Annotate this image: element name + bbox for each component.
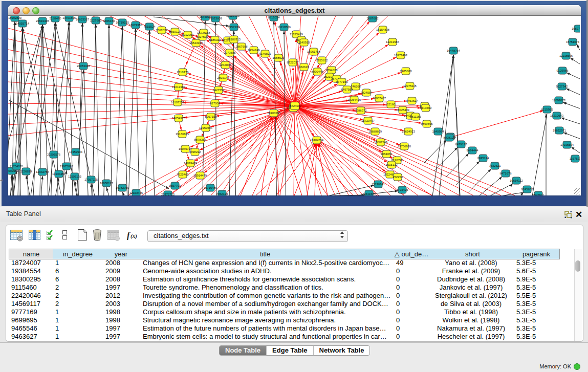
svg-text:19654923: 19654923 <box>402 130 416 133</box>
svg-text:7386372: 7386372 <box>355 109 367 112</box>
svg-text:19692971: 19692971 <box>553 129 566 132</box>
svg-text:20206576: 20206576 <box>47 153 61 156</box>
svg-text:9129966: 9129966 <box>557 69 569 72</box>
svg-text:16210643: 16210643 <box>550 114 564 117</box>
svg-text:6479197: 6479197 <box>455 143 467 146</box>
svg-text:2718176: 2718176 <box>177 71 189 74</box>
svg-text:19523409: 19523409 <box>226 16 239 17</box>
svg-text:19756928: 19756928 <box>398 145 411 148</box>
svg-text:16914479: 16914479 <box>193 174 207 177</box>
svg-text:17359934: 17359934 <box>69 150 83 154</box>
svg-text:20372723: 20372723 <box>161 193 175 195</box>
svg-text:3498222: 3498222 <box>189 150 201 154</box>
svg-text:12093873: 12093873 <box>552 99 566 102</box>
svg-text:7485063: 7485063 <box>400 70 412 73</box>
svg-text:16543342: 16543342 <box>189 41 203 45</box>
svg-text:12218506: 12218506 <box>559 54 573 57</box>
svg-text:62160: 62160 <box>387 103 396 106</box>
svg-text:9327503: 9327503 <box>197 35 209 38</box>
svg-text:8938123: 8938123 <box>444 136 456 139</box>
svg-text:252254: 252254 <box>393 176 403 179</box>
svg-text:9474444: 9474444 <box>467 149 479 152</box>
svg-text:9245652: 9245652 <box>521 188 533 191</box>
svg-text:1588520: 1588520 <box>273 56 285 59</box>
svg-text:9113463: 9113463 <box>420 106 432 110</box>
svg-text:12213389: 12213389 <box>172 85 185 89</box>
svg-text:16961758: 16961758 <box>307 50 321 53</box>
svg-text:12923446: 12923446 <box>129 191 143 194</box>
svg-text:15720407: 15720407 <box>361 119 375 122</box>
svg-text:2935114: 2935114 <box>477 157 489 160</box>
svg-text:16782759: 16782759 <box>116 186 129 189</box>
svg-text:9146821: 9146821 <box>259 52 271 55</box>
svg-text:16107553: 16107553 <box>171 101 185 104</box>
svg-text:2803144: 2803144 <box>217 76 230 79</box>
svg-text:5188470: 5188470 <box>50 17 62 20</box>
svg-text:19166825: 19166825 <box>176 133 189 136</box>
svg-text:20691406: 20691406 <box>36 19 50 23</box>
svg-text:2087682: 2087682 <box>367 17 379 20</box>
svg-text:2537611: 2537611 <box>533 193 545 195</box>
svg-text:10837430: 10837430 <box>572 27 580 30</box>
svg-text:8215955: 8215955 <box>541 108 554 111</box>
svg-text:21754078: 21754078 <box>10 165 24 168</box>
svg-text:9227342: 9227342 <box>556 85 568 88</box>
svg-text:24641507: 24641507 <box>362 192 376 195</box>
svg-text:19218506: 19218506 <box>277 26 291 29</box>
svg-text:12505135: 12505135 <box>68 175 82 178</box>
svg-text:8813054: 8813054 <box>268 16 280 19</box>
svg-text:6497568: 6497568 <box>341 88 354 91</box>
svg-text:13701506: 13701506 <box>62 16 76 19</box>
svg-text:8660124: 8660124 <box>169 30 182 33</box>
svg-text:7357224: 7357224 <box>228 26 241 29</box>
svg-text:962615: 962615 <box>299 65 309 69</box>
svg-text:12353594: 12353594 <box>199 126 213 129</box>
svg-text:9242845: 9242845 <box>220 63 232 67</box>
svg-text:617006: 617006 <box>210 102 220 105</box>
svg-text:8990448: 8990448 <box>312 70 324 73</box>
svg-text:19384554: 19384554 <box>310 139 324 142</box>
svg-text:13134457: 13134457 <box>52 172 66 176</box>
svg-text:10719155: 10719155 <box>116 21 129 24</box>
svg-text:8267150: 8267150 <box>205 115 217 118</box>
svg-text:(x): (x) <box>130 233 137 239</box>
svg-text:3824554: 3824554 <box>361 91 373 94</box>
svg-text:20364436: 20364436 <box>347 98 361 101</box>
svg-text:1615132: 1615132 <box>386 163 398 166</box>
svg-text:9657791: 9657791 <box>169 184 181 187</box>
svg-text:15716485: 15716485 <box>204 186 217 189</box>
svg-text:19300295: 19300295 <box>267 112 281 115</box>
svg-text:7632621: 7632621 <box>489 164 501 167</box>
svg-text:9463627: 9463627 <box>406 99 418 102</box>
svg-text:12213987: 12213987 <box>386 40 399 43</box>
svg-text:14099489: 14099489 <box>184 162 197 165</box>
svg-text:18724007: 18724007 <box>288 104 301 107</box>
svg-text:16154838: 16154838 <box>376 28 390 31</box>
svg-text:8912954: 8912954 <box>182 33 194 36</box>
svg-text:10807487: 10807487 <box>373 97 386 100</box>
svg-text:1167533: 1167533 <box>570 157 580 160</box>
svg-text:20053346: 20053346 <box>77 64 91 68</box>
svg-text:1733426: 1733426 <box>397 188 409 191</box>
svg-text:8811165: 8811165 <box>410 115 422 118</box>
svg-text:8322037: 8322037 <box>287 61 299 64</box>
svg-text:10654112: 10654112 <box>510 179 523 182</box>
svg-text:10025433: 10025433 <box>396 108 410 112</box>
svg-text:1640954: 1640954 <box>432 130 445 133</box>
svg-text:11325419: 11325419 <box>290 33 303 36</box>
svg-text:19654925: 19654925 <box>172 117 186 120</box>
svg-text:17016504: 17016504 <box>560 143 574 146</box>
svg-text:12942757: 12942757 <box>36 170 49 173</box>
svg-text:8471676: 8471676 <box>500 172 512 175</box>
svg-text:10653267: 10653267 <box>76 18 89 21</box>
svg-text:14055714: 14055714 <box>16 22 30 25</box>
svg-text:16671355: 16671355 <box>129 24 143 27</box>
svg-text:9899695: 9899695 <box>421 122 433 125</box>
svg-text:17957225: 17957225 <box>84 178 98 181</box>
svg-text:12975115: 12975115 <box>403 84 417 87</box>
svg-text:10688609: 10688609 <box>368 130 382 133</box>
svg-text:7955812: 7955812 <box>316 59 328 62</box>
svg-text:15751074: 15751074 <box>566 40 580 43</box>
svg-text:7515524: 7515524 <box>144 25 156 28</box>
svg-text:8878352: 8878352 <box>194 138 206 141</box>
